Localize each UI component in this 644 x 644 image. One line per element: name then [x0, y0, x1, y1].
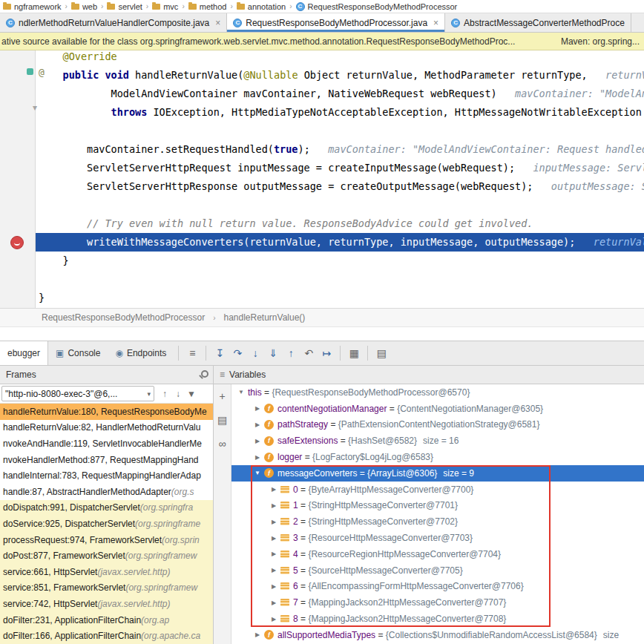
variable-row[interactable]: ▶7 = {MappingJackson2HttpMessageConverte…	[231, 594, 644, 611]
code-area[interactable]: @Override public void handleReturnValue(…	[36, 50, 644, 308]
variable-row[interactable]: ▶8 = {MappingJackson2HttpMessageConverte…	[231, 611, 644, 627]
frame-row[interactable]: doFilter:231, ApplicationFilterChain (or…	[0, 612, 213, 628]
frame-row[interactable]: handleReturnValue:180, RequestResponseBo…	[0, 404, 213, 420]
frame-row[interactable]: handleReturnValue:82, HandlerMethodRetur…	[0, 420, 213, 436]
frame-row[interactable]: doDispatch:991, DispatcherServlet (org.s…	[0, 500, 213, 516]
force-step-into-icon[interactable]: ⇓	[264, 341, 282, 365]
prev-frame-icon[interactable]: ↑	[158, 389, 171, 399]
close-icon[interactable]: ×	[433, 18, 438, 28]
drop-frame-icon[interactable]: ↶	[300, 341, 318, 365]
frame-row[interactable]: handleInternal:783, RequestMappingHandle…	[0, 467, 213, 484]
frame-row[interactable]: handle:87, AbstractHandlerMethodAdapter …	[0, 484, 213, 500]
evaluate-icon[interactable]: ∞	[219, 438, 226, 450]
fold-arrow-icon[interactable]: ▾	[33, 102, 37, 113]
debug-tab-endpoints[interactable]: ◉Endpoints	[108, 341, 174, 365]
code-line[interactable]: ModelAndViewContainer mavContainer, Nati…	[36, 85, 644, 103]
code-line[interactable]	[36, 122, 644, 140]
editor-tab[interactable]: CRequestResponseBodyMethodProcessor.java…	[227, 13, 445, 32]
variable-row[interactable]: ▶3 = {ResourceHttpMessageConverter@7703}	[231, 530, 644, 546]
settings-icon[interactable]: ▤	[372, 341, 390, 365]
breadcrumb-item[interactable]: annotation	[235, 2, 287, 11]
show-execution-point-icon[interactable]: ↧	[211, 341, 229, 365]
breadcrumb-item[interactable]: CRequestResponseBodyMethodProcessor	[295, 2, 459, 11]
code-line[interactable]	[36, 270, 644, 289]
code-line[interactable]: mavContainer.setRequestHandled(true); ma…	[36, 140, 644, 159]
pin-icon[interactable]	[199, 370, 207, 379]
frame-row[interactable]: doPost:877, FrameworkServlet (org.spring…	[0, 548, 213, 564]
chevron-right-icon[interactable]: ▶	[267, 486, 280, 493]
code-line[interactable]: public void handleReturnValue(@Nullable …	[36, 66, 644, 85]
variable-row[interactable]: ▶0 = {ByteArrayHttpMessageConverter@7700…	[231, 482, 644, 498]
chevron-right-icon[interactable]: ▶	[267, 551, 280, 557]
duplicate-icon[interactable]: ▤	[217, 414, 227, 426]
variable-row[interactable]: ▶flogger = {LogFactory$Log4jLog@6583}	[231, 449, 644, 465]
chevron-right-icon[interactable]: ▶	[251, 438, 264, 444]
variables-menu-icon[interactable]: ≡	[220, 369, 225, 380]
step-into-icon[interactable]: ↓	[246, 341, 264, 365]
variable-row[interactable]: ▼fmessageConverters = {ArrayList@6306}si…	[231, 465, 644, 482]
chevron-right-icon[interactable]: ▶	[251, 454, 264, 461]
code-line[interactable]: // Try even with null return value. Resp…	[36, 214, 644, 233]
code-line[interactable]: ServletServerHttpRequest inputMessage = …	[36, 159, 644, 177]
variable-row[interactable]: ▶fsafeExtensions = {HashSet@6582}size = …	[231, 433, 644, 449]
frame-row[interactable]: service:851, FrameworkServlet (org.sprin…	[0, 580, 213, 597]
step-out-icon[interactable]: ↑	[282, 341, 300, 365]
thread-selector[interactable]: "http-nio-8080-exec-3"@6,... ▾	[1, 386, 154, 401]
editor-breadcrumb-item[interactable]: handleReturnValue()	[223, 312, 305, 323]
chevron-right-icon[interactable]: ▶	[267, 567, 280, 574]
variable-row[interactable]: ▶fpathStrategy = {PathExtensionContentNe…	[231, 417, 644, 433]
filter-icon[interactable]: ▼	[185, 389, 198, 399]
breadcrumb-item[interactable]: ngframework	[1, 2, 63, 11]
view-breakpoints-icon[interactable]: ▦	[345, 341, 363, 365]
code-line[interactable]	[36, 196, 644, 214]
debug-tab-ebugger[interactable]: ebugger	[0, 341, 48, 365]
editor-breadcrumb-item[interactable]: RequestResponseBodyMethodProcessor	[42, 312, 205, 323]
banner-library-selector[interactable]: Maven: org.spring...	[561, 36, 640, 47]
chevron-down-icon[interactable]: ▼	[251, 470, 264, 476]
code-line[interactable]: throws IOException, HttpMediaTypeNotAcce…	[36, 103, 644, 122]
variable-row[interactable]: ▼this = {RequestResponseBodyMethodProces…	[231, 384, 644, 401]
chevron-right-icon[interactable]: ▶	[267, 599, 280, 606]
chevron-right-icon[interactable]: ▶	[267, 583, 280, 590]
code-line[interactable]: @Override	[36, 50, 644, 66]
next-frame-icon[interactable]: ↓	[171, 389, 185, 399]
execution-line[interactable]: writeWithMessageConverters(returnValue, …	[36, 233, 644, 252]
chevron-right-icon[interactable]: ▶	[267, 535, 280, 542]
run-to-cursor-icon[interactable]: ↦	[318, 341, 335, 365]
chevron-right-icon[interactable]: ▶	[267, 616, 280, 622]
chevron-right-icon[interactable]: ▶	[267, 502, 280, 509]
variable-row[interactable]: ▶6 = {AllEncompassingFormHttpMessageConv…	[231, 579, 644, 595]
frame-row[interactable]: nvokeHandlerMethod:877, RequestMappingHa…	[0, 452, 213, 468]
variable-row[interactable]: ▶fallSupportedMediaTypes = {Collections$…	[231, 627, 644, 643]
variable-row[interactable]: ▶1 = {StringHttpMessageConverter@7701}	[231, 498, 644, 514]
override-marker-icon[interactable]	[27, 68, 33, 75]
chevron-right-icon[interactable]: ▶	[251, 421, 264, 428]
code-line[interactable]: }	[36, 289, 644, 307]
add-watch-icon[interactable]: +	[219, 390, 225, 402]
chevron-right-icon[interactable]: ▶	[251, 405, 264, 412]
frame-row[interactable]: doService:925, DispatcherServlet (org.sp…	[0, 516, 213, 532]
frame-row[interactable]: service:742, HttpServlet (javax.servlet.…	[0, 596, 213, 612]
variable-row[interactable]: ▶5 = {SourceHttpMessageConverter@7705}	[231, 562, 644, 579]
chevron-right-icon[interactable]: ▶	[251, 631, 264, 638]
close-icon[interactable]: ×	[215, 18, 220, 28]
step-over-icon[interactable]: ↷	[229, 341, 246, 365]
variable-row[interactable]: ▶fcontentNegotiationManager = {ContentNe…	[231, 401, 644, 417]
variable-row[interactable]: ▶2 = {StringHttpMessageConverter@7702}	[231, 513, 644, 530]
execution-point-icon[interactable]	[10, 236, 24, 249]
breadcrumb-item[interactable]: web	[70, 2, 99, 11]
editor-tab[interactable]: CndlerMethodReturnValueHandlerComposite.…	[0, 13, 227, 32]
breadcrumb-item[interactable]: mvc	[151, 2, 180, 11]
frame-row[interactable]: service:661, HttpServlet (javax.servlet.…	[0, 564, 213, 580]
chevron-right-icon[interactable]: ▶	[267, 519, 280, 525]
variable-row[interactable]: ▶4 = {ResourceRegionHttpMessageConverter…	[231, 546, 644, 562]
code-line[interactable]: }	[36, 252, 644, 270]
menu-icon[interactable]: ≡	[183, 341, 201, 365]
breadcrumb-item[interactable]: servlet	[105, 2, 143, 11]
frame-row[interactable]: processRequest:974, FrameworkServlet (or…	[0, 532, 213, 548]
frame-row[interactable]: nvokeAndHandle:119, ServletInvocableHand…	[0, 436, 213, 452]
code-line[interactable]: ServletServerHttpResponse outputMessage …	[36, 177, 644, 196]
frame-row[interactable]: doFilter:166, ApplicationFilterChain (or…	[0, 628, 213, 644]
editor-tab[interactable]: CAbstractMessageConverterMethodProce	[445, 13, 631, 32]
debug-tab-console[interactable]: ▣Console	[48, 341, 108, 365]
